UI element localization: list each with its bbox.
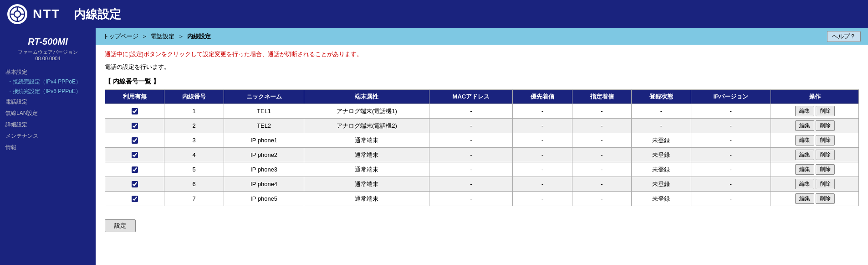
delete-button[interactable]: 削除 — [816, 193, 835, 204]
table-row: 1TEL1アナログ端末(電話機1)-----編集削除 — [105, 104, 859, 119]
main-area: トップページ ＞ 電話設定 ＞ 内線設定 ヘルプ？ 通話中に[設定]ボタンをクリ… — [96, 28, 868, 265]
cell-mac: - — [429, 148, 513, 162]
cell-priority: - — [513, 133, 572, 148]
cell-enabled — [105, 133, 164, 148]
cell-registration: 未登録 — [632, 177, 691, 192]
cell-enabled — [105, 148, 164, 162]
sidebar-link-ipv6-pppoe[interactable]: ・接続完設定（IPv6 PPPoE） — [0, 87, 96, 96]
cell-priority: - — [513, 177, 572, 192]
checkbox-enabled[interactable] — [132, 196, 138, 202]
fw-label: ファームウェアバージョン 08.00.0004 — [0, 49, 96, 66]
cell-mac: - — [429, 133, 513, 148]
cell-terminal: 通常端末 — [304, 162, 429, 177]
edit-button[interactable]: 編集 — [795, 106, 814, 116]
edit-button[interactable]: 編集 — [795, 164, 814, 175]
delete-button[interactable]: 削除 — [816, 120, 835, 131]
sidebar-item-info[interactable]: 情報 — [0, 142, 96, 153]
sidebar-item-wifi[interactable]: 無線LAN設定 — [0, 108, 96, 119]
svg-point-1 — [14, 11, 20, 17]
cell-ipversion: - — [691, 192, 771, 206]
checkbox-enabled[interactable] — [132, 166, 138, 173]
cell-terminal: 通常端末 — [304, 133, 429, 148]
cell-registration: 未登録 — [632, 192, 691, 206]
cell-enabled — [105, 162, 164, 177]
edit-button[interactable]: 編集 — [795, 135, 814, 145]
ntt-logo-text: NTT — [33, 7, 60, 21]
checkbox-enabled[interactable] — [132, 152, 138, 158]
edit-button[interactable]: 編集 — [795, 179, 814, 189]
cell-priority: - — [513, 104, 572, 119]
cell-number: 2 — [164, 119, 224, 133]
cell-terminal: 通常端末 — [304, 177, 429, 192]
table-row: 7IP phone5通常端末---未登録-編集削除 — [105, 192, 859, 206]
cell-operations: 編集削除 — [771, 133, 859, 148]
edit-button[interactable]: 編集 — [795, 120, 814, 131]
cell-designated: - — [572, 192, 631, 206]
cell-registration: - — [632, 119, 691, 133]
delete-button[interactable]: 削除 — [816, 179, 835, 189]
delete-button[interactable]: 削除 — [816, 106, 835, 116]
cell-ipversion: - — [691, 148, 771, 162]
warning-text: 通話中に[設定]ボタンをクリックして設定変更を行った場合、通話が切断されることが… — [105, 50, 859, 58]
cell-nickname: IP phone2 — [224, 148, 304, 162]
breadcrumb-current: 内線設定 — [187, 33, 211, 40]
device-name: RT-500MI — [0, 32, 96, 49]
checkbox-enabled[interactable] — [132, 108, 138, 114]
cell-registration: 未登録 — [632, 133, 691, 148]
cell-number: 6 — [164, 177, 224, 192]
checkbox-enabled[interactable] — [132, 123, 138, 129]
cell-ipversion: - — [691, 119, 771, 133]
checkbox-enabled[interactable] — [132, 181, 138, 187]
edit-button[interactable]: 編集 — [795, 150, 814, 160]
table-row: 2TEL2アナログ端末(電話機2)-----編集削除 — [105, 119, 859, 133]
col-header-designated: 指定着信 — [572, 90, 631, 104]
cell-number: 7 — [164, 192, 224, 206]
cell-priority: - — [513, 162, 572, 177]
table-row: 5IP phone3通常端末---未登録-編集削除 — [105, 162, 859, 177]
cell-designated: - — [572, 104, 631, 119]
cell-ipversion: - — [691, 162, 771, 177]
cell-nickname: TEL2 — [224, 119, 304, 133]
submit-button[interactable]: 設定 — [105, 219, 136, 232]
sidebar-item-maintenance[interactable]: メンテナンス — [0, 130, 96, 142]
description-text: 電話の設定を行います。 — [105, 63, 859, 71]
cell-operations: 編集削除 — [771, 192, 859, 206]
cell-designated: - — [572, 148, 631, 162]
cell-designated: - — [572, 133, 631, 148]
cell-nickname: IP phone4 — [224, 177, 304, 192]
section-title: 【 内線番号一覧 】 — [105, 78, 859, 86]
col-header-priority: 優先着信 — [513, 90, 572, 104]
cell-nickname: TEL1 — [224, 104, 304, 119]
col-header-enabled: 利用有無 — [105, 90, 164, 104]
edit-button[interactable]: 編集 — [795, 193, 814, 204]
cell-mac: - — [429, 162, 513, 177]
cell-registration: 未登録 — [632, 162, 691, 177]
sidebar-link-ipv4-pppoe[interactable]: ・接続完設定（IPv4 PPPoE） — [0, 77, 96, 87]
cell-terminal: 通常端末 — [304, 148, 429, 162]
col-header-registration: 登録状態 — [632, 90, 691, 104]
delete-button[interactable]: 削除 — [816, 150, 835, 160]
col-header-terminal: 端末属性 — [304, 90, 429, 104]
cell-operations: 編集削除 — [771, 148, 859, 162]
cell-mac: - — [429, 177, 513, 192]
help-button[interactable]: ヘルプ？ — [827, 31, 861, 42]
breadcrumb-top[interactable]: トップページ — [103, 33, 138, 40]
cell-terminal: アナログ端末(電話機2) — [304, 119, 429, 133]
cell-operations: 編集削除 — [771, 177, 859, 192]
delete-button[interactable]: 削除 — [816, 164, 835, 175]
checkbox-enabled[interactable] — [132, 137, 138, 144]
cell-priority: - — [513, 192, 572, 206]
table-row: 4IP phone2通常端末---未登録-編集削除 — [105, 148, 859, 162]
sidebar-item-detail[interactable]: 詳細設定 — [0, 119, 96, 130]
cell-terminal: 通常端末 — [304, 192, 429, 206]
table-row: 6IP phone4通常端末---未登録-編集削除 — [105, 177, 859, 192]
sidebar-item-phone[interactable]: 電話設定 — [0, 96, 96, 108]
cell-designated: - — [572, 119, 631, 133]
cell-mac: - — [429, 104, 513, 119]
cell-enabled — [105, 104, 164, 119]
sidebar: RT-500MI ファームウェアバージョン 08.00.0004 基本設定 ・接… — [0, 28, 96, 265]
content-area: 通話中に[設定]ボタンをクリックして設定変更を行った場合、通話が切断されることが… — [96, 45, 868, 238]
breadcrumb-phone[interactable]: 電話設定 — [151, 33, 174, 40]
delete-button[interactable]: 削除 — [816, 135, 835, 145]
cell-operations: 編集削除 — [771, 119, 859, 133]
